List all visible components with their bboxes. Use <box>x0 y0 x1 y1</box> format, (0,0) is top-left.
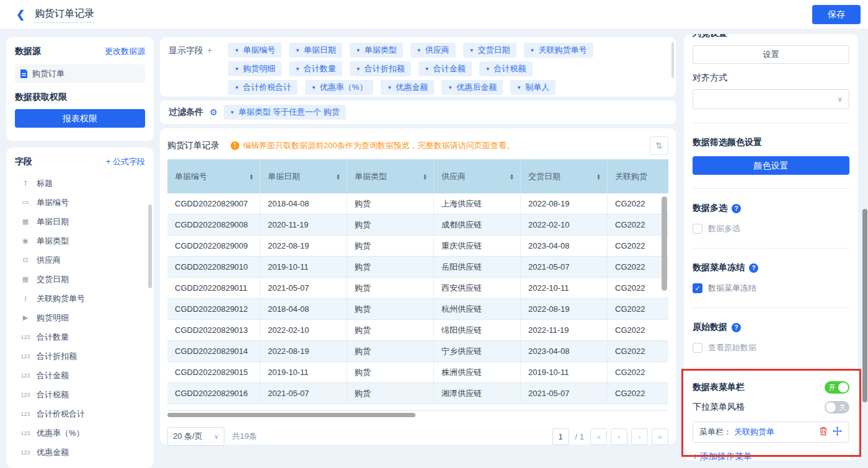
formula-field-link[interactable]: + 公式字段 <box>106 156 145 167</box>
display-field-chip[interactable]: ▼关联购货单号 <box>524 43 593 58</box>
chip-label: 购货明细 <box>243 63 275 74</box>
field-item[interactable]: ◉单据类型 <box>15 231 145 250</box>
report-perm-button[interactable]: 报表权限 <box>15 109 145 128</box>
table-row[interactable]: CGDD202208290162021-05-07购货湘潭供应链2021-05-… <box>167 383 668 404</box>
field-label: 合计金额 <box>37 370 69 381</box>
back-icon[interactable]: ❮ <box>16 8 25 21</box>
column-header[interactable]: 关联购货 <box>608 159 668 193</box>
menu-freeze-checkbox[interactable]: ✓ <box>693 283 702 293</box>
table-row[interactable]: CGDD202208290152019-10-11购货株洲供应链2019-10-… <box>167 362 668 383</box>
move-icon[interactable] <box>831 426 843 438</box>
last-page-button[interactable]: » <box>652 428 668 445</box>
table-cell: 2019-10-11 <box>260 257 347 277</box>
table-row[interactable]: CGDD202208290132022-02-10购货绵阳供应链2022-11-… <box>167 320 668 341</box>
save-button[interactable]: 保存 <box>812 5 861 24</box>
display-field-chip[interactable]: ▼优惠金额 <box>381 80 434 95</box>
dropdown-style-toggle[interactable]: 关 <box>825 401 849 413</box>
sort-icon[interactable]: ▲▼ <box>510 174 514 180</box>
filter-chip[interactable]: ▼ 单据类型 等于任意一个 购货 <box>224 105 346 120</box>
column-header[interactable]: 供应商▲▼ <box>434 159 521 193</box>
column-header[interactable]: 交货日期▲▼ <box>521 159 608 193</box>
change-datasource-link[interactable]: 更改数据源 <box>105 46 145 57</box>
display-field-chip[interactable]: ▼合计金额 <box>418 61 472 76</box>
field-item[interactable]: ▦交货日期 <box>15 270 145 289</box>
sort-icon[interactable]: ▲▼ <box>336 174 340 180</box>
add-display-field-icon[interactable]: + <box>207 45 212 55</box>
next-page-button[interactable]: › <box>631 428 648 445</box>
help-icon[interactable]: ? <box>732 323 741 332</box>
display-field-chip[interactable]: ▼交货日期 <box>463 43 516 58</box>
fields-scrollbar-thumb[interactable] <box>148 205 152 288</box>
column-header[interactable]: 单据日期▲▼ <box>260 159 347 193</box>
display-field-chip[interactable]: ▼合计折扣额 <box>350 61 411 76</box>
multi-select-checkbox[interactable] <box>693 224 702 234</box>
datasource-item[interactable]: 购货订单 <box>15 64 145 83</box>
display-field-chip[interactable]: ▼优惠率（%） <box>305 80 373 95</box>
table-row[interactable]: CGDD202208290072018-04-08购货上海供应链2022-08-… <box>167 193 668 214</box>
raw-data-checkbox-row[interactable]: 查看原始数据 <box>693 342 849 353</box>
table-cell: 购货 <box>347 214 434 235</box>
display-field-chip[interactable]: ▼优惠后金额 <box>441 80 503 95</box>
table-row[interactable]: CGDD202208290122018-04-08购货杭州供应链2022-08-… <box>167 299 668 320</box>
field-item[interactable]: ▶购货明细 <box>15 308 145 327</box>
table-row[interactable]: CGDD202208290082020-11-19购货成都供应链2022-02-… <box>167 214 668 236</box>
display-field-chip[interactable]: ▼单据编号 <box>228 43 281 58</box>
display-field-chip[interactable]: ▼单据日期 <box>289 43 342 58</box>
page-size-select[interactable]: 20 条/页 ∨ <box>167 427 224 446</box>
display-field-chip[interactable]: ▼合计数量 <box>289 61 342 76</box>
field-item[interactable]: I关联购货单号 <box>15 289 145 308</box>
prev-page-button[interactable]: ‹ <box>611 428 627 445</box>
raw-data-checkbox[interactable] <box>693 343 702 353</box>
menu-freeze-checkbox-row[interactable]: ✓ 数据菜单冻结 <box>693 283 849 294</box>
add-action-menu-link[interactable]: + 添加操作菜单 <box>693 451 849 461</box>
settings-panel: 列宽设置 设置 对齐方式 ∨ 数据筛选颜色设置 颜色设置 数据多选 ? 数据多选… <box>684 34 858 461</box>
column-header[interactable]: 单据类型▲▼ <box>347 159 434 193</box>
sort-button[interactable]: ⇅ <box>650 136 668 155</box>
table-cell: 2019-10-11 <box>521 362 608 382</box>
filter-color-title: 数据筛选颜色设置 <box>693 137 762 148</box>
color-setting-button[interactable]: 颜色设置 <box>693 156 849 175</box>
table-scrollbar-thumb[interactable] <box>662 196 667 291</box>
display-field-chip[interactable]: ▼合计价税合计 <box>228 80 298 95</box>
field-item[interactable]: ▦单据日期 <box>15 212 145 231</box>
display-field-chip[interactable]: ▼单据类型 <box>350 43 403 58</box>
sort-icon[interactable]: ▲▼ <box>249 174 254 180</box>
page-scrollbar-thumb[interactable] <box>862 209 867 402</box>
help-icon[interactable]: ? <box>749 263 758 273</box>
field-item[interactable]: 123合计价税合计 <box>15 404 145 423</box>
menu-item-value[interactable]: 关联购货单 <box>734 426 815 438</box>
multi-select-checkbox-row[interactable]: 数据多选 <box>693 223 849 234</box>
sort-icon[interactable]: ▲▼ <box>596 174 601 180</box>
field-item[interactable]: 123合计金额 <box>15 366 145 385</box>
display-field-chip[interactable]: ▼合计税额 <box>479 61 533 76</box>
table-row[interactable]: CGDD202208290102019-10-11购货岳阳供应链2021-05-… <box>167 257 668 278</box>
sort-icon[interactable]: ▲▼ <box>423 174 427 180</box>
field-item[interactable]: ▭单据编号 <box>15 193 145 212</box>
field-item[interactable]: T标题 <box>15 174 145 193</box>
display-field-chip[interactable]: ▼制单人 <box>510 80 556 95</box>
gear-icon[interactable]: ⚙ <box>210 107 218 117</box>
help-icon[interactable]: ? <box>732 204 741 213</box>
table-row[interactable]: CGDD202208290142022-08-19购货宁乡供应链2023-04-… <box>167 341 668 362</box>
trash-icon[interactable] <box>818 426 829 438</box>
field-item[interactable]: ⊡供应商 <box>15 250 145 270</box>
table-row[interactable]: CGDD202208290092022-08-19购货重庆供应链2023-04-… <box>167 236 668 257</box>
align-select[interactable]: ∨ <box>693 89 849 109</box>
field-item[interactable]: 123合计税额 <box>15 385 145 404</box>
column-header[interactable]: 单据编号▲▼ <box>167 159 260 193</box>
column-header-label: 交货日期 <box>528 171 596 182</box>
display-field-chip[interactable]: ▼供应商 <box>410 43 456 58</box>
first-page-button[interactable]: « <box>590 428 607 445</box>
display-field-chip[interactable]: ▼购货明细 <box>228 61 281 76</box>
field-item[interactable]: 123合计折扣额 <box>15 347 145 366</box>
menu-bar-toggle[interactable]: 开 <box>825 381 849 394</box>
page-number-input[interactable]: 1 <box>552 428 569 445</box>
table-row-partial[interactable] <box>167 404 668 411</box>
chips-scrollbar-thumb[interactable] <box>671 42 674 78</box>
column-setting-button[interactable]: 设置 <box>693 45 849 64</box>
field-item[interactable]: 123优惠率（%） <box>15 423 145 443</box>
table-row[interactable]: CGDD202208290112021-05-07购货西安供应链2022-10-… <box>167 278 668 299</box>
field-item[interactable]: 123合计数量 <box>15 327 145 347</box>
horizontal-scrollbar-thumb[interactable] <box>167 413 415 417</box>
field-item[interactable]: 123优惠金额 <box>15 443 145 462</box>
